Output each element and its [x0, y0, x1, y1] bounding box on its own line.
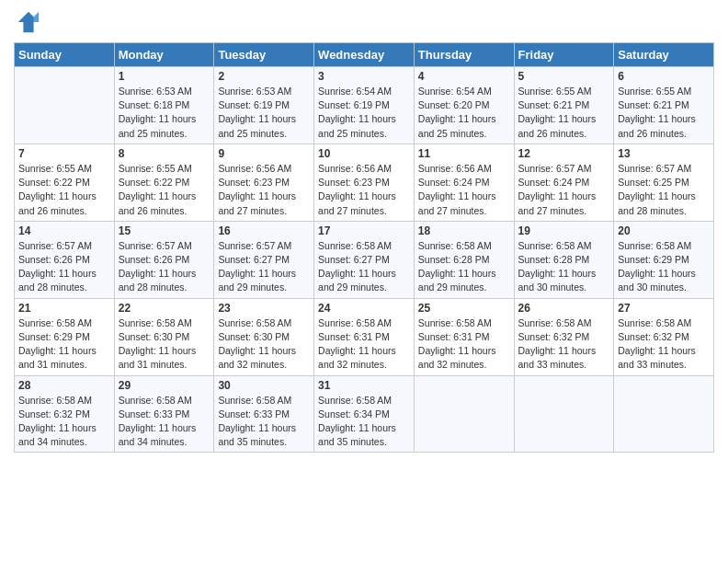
calendar-cell: 26Sunrise: 6:58 AMSunset: 6:32 PMDayligh… — [514, 298, 614, 375]
page-header — [14, 9, 714, 39]
calendar-cell: 16Sunrise: 6:57 AMSunset: 6:27 PMDayligh… — [214, 221, 314, 298]
day-info: Sunrise: 6:53 AMSunset: 6:19 PMDaylight:… — [218, 85, 310, 141]
day-number: 18 — [418, 224, 510, 237]
calendar-cell: 6Sunrise: 6:55 AMSunset: 6:21 PMDaylight… — [614, 67, 714, 144]
day-info: Sunrise: 6:57 AMSunset: 6:27 PMDaylight:… — [218, 239, 310, 295]
col-saturday: Saturday — [614, 43, 714, 67]
day-number: 26 — [518, 302, 610, 315]
day-info: Sunrise: 6:56 AMSunset: 6:24 PMDaylight:… — [418, 162, 510, 218]
day-number: 11 — [418, 147, 510, 160]
day-info: Sunrise: 6:58 AMSunset: 6:32 PMDaylight:… — [518, 316, 610, 373]
day-info: Sunrise: 6:58 AMSunset: 6:30 PMDaylight:… — [119, 316, 210, 373]
day-number: 21 — [18, 302, 110, 315]
calendar-cell: 24Sunrise: 6:58 AMSunset: 6:31 PMDayligh… — [314, 298, 415, 375]
day-number: 13 — [618, 147, 710, 160]
day-number: 9 — [218, 147, 310, 160]
logo — [14, 9, 43, 39]
calendar-cell: 23Sunrise: 6:58 AMSunset: 6:30 PMDayligh… — [214, 298, 314, 375]
col-monday: Monday — [114, 43, 214, 67]
day-info: Sunrise: 6:56 AMSunset: 6:23 PMDaylight:… — [218, 162, 310, 218]
day-number: 27 — [618, 302, 710, 315]
day-info: Sunrise: 6:55 AMSunset: 6:22 PMDaylight:… — [18, 162, 110, 218]
day-info: Sunrise: 6:58 AMSunset: 6:33 PMDaylight:… — [218, 394, 310, 450]
day-info: Sunrise: 6:54 AMSunset: 6:19 PMDaylight:… — [318, 85, 410, 141]
day-info: Sunrise: 6:57 AMSunset: 6:25 PMDaylight:… — [618, 162, 710, 218]
day-info: Sunrise: 6:55 AMSunset: 6:21 PMDaylight:… — [518, 85, 610, 141]
calendar-cell: 21Sunrise: 6:58 AMSunset: 6:29 PMDayligh… — [15, 298, 115, 375]
calendar-cell: 7Sunrise: 6:55 AMSunset: 6:22 PMDaylight… — [15, 144, 115, 221]
day-info: Sunrise: 6:58 AMSunset: 6:29 PMDaylight:… — [18, 316, 110, 373]
calendar-cell: 4Sunrise: 6:54 AMSunset: 6:20 PMDaylight… — [414, 67, 514, 144]
col-wednesday: Wednesday — [314, 43, 415, 67]
calendar-cell: 20Sunrise: 6:58 AMSunset: 6:29 PMDayligh… — [614, 221, 714, 298]
day-number: 19 — [518, 224, 610, 237]
calendar-cell: 22Sunrise: 6:58 AMSunset: 6:30 PMDayligh… — [114, 298, 214, 375]
day-number: 7 — [18, 147, 110, 160]
calendar-cell: 8Sunrise: 6:55 AMSunset: 6:22 PMDaylight… — [114, 144, 214, 221]
calendar-cell: 27Sunrise: 6:58 AMSunset: 6:32 PMDayligh… — [614, 298, 714, 375]
day-info: Sunrise: 6:58 AMSunset: 6:32 PMDaylight:… — [618, 316, 710, 373]
calendar-cell: 18Sunrise: 6:58 AMSunset: 6:28 PMDayligh… — [414, 221, 514, 298]
calendar-cell: 25Sunrise: 6:58 AMSunset: 6:31 PMDayligh… — [414, 298, 514, 375]
calendar-cell: 1Sunrise: 6:53 AMSunset: 6:18 PMDaylight… — [114, 67, 214, 144]
day-info: Sunrise: 6:57 AMSunset: 6:24 PMDaylight:… — [518, 162, 610, 218]
day-number: 25 — [418, 302, 510, 315]
col-friday: Friday — [514, 43, 614, 67]
calendar-table: Sunday Monday Tuesday Wednesday Thursday… — [14, 42, 714, 453]
day-number: 14 — [18, 224, 110, 237]
logo-icon — [16, 9, 41, 35]
day-number: 5 — [518, 70, 610, 83]
day-info: Sunrise: 6:56 AMSunset: 6:23 PMDaylight:… — [318, 162, 410, 218]
calendar-cell: 28Sunrise: 6:58 AMSunset: 6:32 PMDayligh… — [15, 375, 115, 453]
day-info: Sunrise: 6:57 AMSunset: 6:26 PMDaylight:… — [18, 239, 110, 295]
day-number: 4 — [418, 70, 510, 83]
calendar-cell: 31Sunrise: 6:58 AMSunset: 6:34 PMDayligh… — [314, 375, 415, 453]
day-number: 12 — [518, 147, 610, 160]
day-number: 23 — [218, 302, 310, 315]
day-info: Sunrise: 6:58 AMSunset: 6:33 PMDaylight:… — [119, 394, 210, 450]
week-row: 28Sunrise: 6:58 AMSunset: 6:32 PMDayligh… — [15, 375, 714, 453]
day-number: 16 — [218, 224, 310, 237]
calendar-cell — [15, 67, 115, 144]
day-number: 20 — [618, 224, 710, 237]
day-number: 22 — [119, 302, 210, 315]
calendar-cell: 30Sunrise: 6:58 AMSunset: 6:33 PMDayligh… — [214, 375, 314, 453]
day-info: Sunrise: 6:58 AMSunset: 6:30 PMDaylight:… — [218, 316, 310, 373]
calendar-body: 1Sunrise: 6:53 AMSunset: 6:18 PMDaylight… — [15, 67, 714, 453]
calendar-header: Sunday Monday Tuesday Wednesday Thursday… — [15, 43, 714, 67]
day-number: 17 — [318, 224, 410, 237]
calendar-cell: 12Sunrise: 6:57 AMSunset: 6:24 PMDayligh… — [514, 144, 614, 221]
header-row: Sunday Monday Tuesday Wednesday Thursday… — [15, 43, 714, 67]
week-row: 7Sunrise: 6:55 AMSunset: 6:22 PMDaylight… — [15, 144, 714, 221]
day-info: Sunrise: 6:55 AMSunset: 6:21 PMDaylight:… — [618, 85, 710, 141]
day-number: 28 — [18, 379, 110, 392]
day-number: 6 — [618, 70, 710, 83]
calendar-cell: 14Sunrise: 6:57 AMSunset: 6:26 PMDayligh… — [15, 221, 115, 298]
day-number: 30 — [218, 379, 310, 392]
calendar-cell: 29Sunrise: 6:58 AMSunset: 6:33 PMDayligh… — [114, 375, 214, 453]
calendar-cell: 17Sunrise: 6:58 AMSunset: 6:27 PMDayligh… — [314, 221, 415, 298]
col-thursday: Thursday — [414, 43, 514, 67]
calendar-cell: 10Sunrise: 6:56 AMSunset: 6:23 PMDayligh… — [314, 144, 415, 221]
calendar-cell: 9Sunrise: 6:56 AMSunset: 6:23 PMDaylight… — [214, 144, 314, 221]
day-info: Sunrise: 6:58 AMSunset: 6:31 PMDaylight:… — [418, 316, 510, 373]
day-info: Sunrise: 6:54 AMSunset: 6:20 PMDaylight:… — [418, 85, 510, 141]
week-row: 1Sunrise: 6:53 AMSunset: 6:18 PMDaylight… — [15, 67, 714, 144]
day-number: 8 — [119, 147, 210, 160]
day-number: 31 — [318, 379, 410, 392]
calendar-cell — [614, 375, 714, 453]
week-row: 14Sunrise: 6:57 AMSunset: 6:26 PMDayligh… — [15, 221, 714, 298]
calendar-cell — [514, 375, 614, 453]
day-info: Sunrise: 6:53 AMSunset: 6:18 PMDaylight:… — [119, 85, 210, 141]
week-row: 21Sunrise: 6:58 AMSunset: 6:29 PMDayligh… — [15, 298, 714, 375]
day-number: 3 — [318, 70, 410, 83]
day-info: Sunrise: 6:58 AMSunset: 6:29 PMDaylight:… — [618, 239, 710, 295]
day-info: Sunrise: 6:58 AMSunset: 6:27 PMDaylight:… — [318, 239, 410, 295]
day-number: 1 — [119, 70, 210, 83]
col-sunday: Sunday — [15, 43, 115, 67]
day-number: 24 — [318, 302, 410, 315]
day-number: 2 — [218, 70, 310, 83]
day-info: Sunrise: 6:58 AMSunset: 6:28 PMDaylight:… — [418, 239, 510, 295]
day-number: 29 — [119, 379, 210, 392]
day-number: 15 — [119, 224, 210, 237]
